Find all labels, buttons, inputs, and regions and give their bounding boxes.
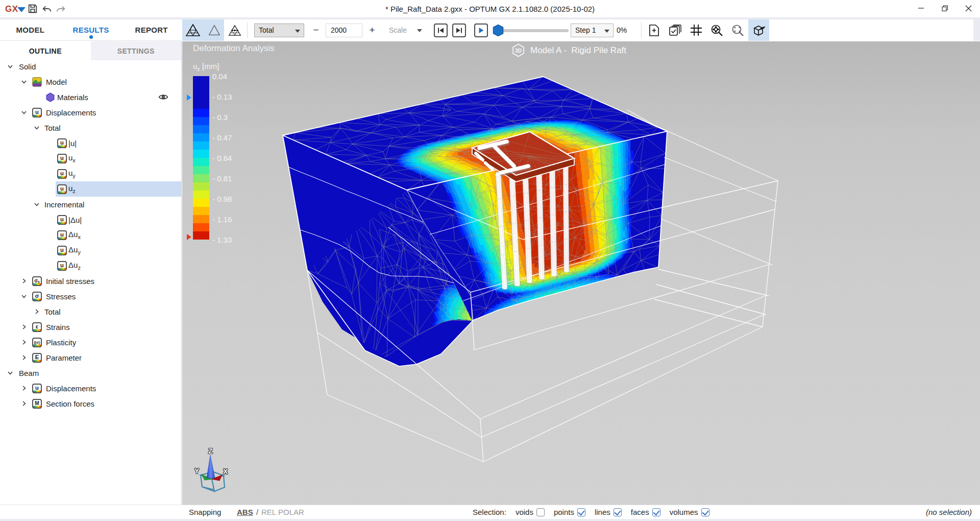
tree-item-uy[interactable]: uΔuy bbox=[0, 243, 181, 258]
legend-marker-red bbox=[187, 234, 191, 240]
snapping-toggle[interactable]: Snapping bbox=[189, 508, 221, 516]
view-box-button[interactable] bbox=[748, 19, 769, 41]
grid-button[interactable] bbox=[685, 19, 706, 41]
tree-item-u[interactable]: u|u| bbox=[0, 135, 181, 151]
tree-item-beam[interactable]: Beam bbox=[0, 365, 181, 381]
chevron-right-icon[interactable] bbox=[34, 309, 40, 315]
axis-y-label: Y bbox=[194, 467, 199, 475]
tree-item-uz[interactable]: uuz bbox=[0, 181, 181, 197]
svg-text:∫(σ): ∫(σ) bbox=[34, 340, 40, 344]
outline-panel: OUTLINESETTINGS SolidModelMaterialsuDisp… bbox=[0, 41, 182, 505]
visibility-eye-icon[interactable] bbox=[158, 93, 168, 103]
tree-item-uy[interactable]: uuy bbox=[0, 166, 181, 181]
tree-item-model[interactable]: Model bbox=[0, 74, 181, 89]
chevron-down-icon[interactable] bbox=[7, 63, 13, 69]
close-button[interactable] bbox=[957, 0, 980, 16]
scale-decrease-button[interactable]: − bbox=[309, 25, 323, 36]
tree-item-solid[interactable]: Solid bbox=[0, 59, 181, 74]
eps-icon: ε bbox=[32, 322, 42, 332]
show-deformed-button[interactable] bbox=[203, 19, 224, 41]
scale-select[interactable]: Scale bbox=[385, 23, 426, 37]
show-elements-button[interactable] bbox=[224, 19, 245, 41]
u-icon: u bbox=[57, 215, 67, 225]
panel-tab-settings[interactable]: SETTINGS bbox=[91, 41, 182, 60]
new-result-view-button[interactable] bbox=[644, 19, 665, 41]
selection-filters: Selection: voidspointslinesfacesvolumes bbox=[473, 508, 709, 516]
ribbon-tab-model[interactable]: MODEL bbox=[0, 19, 61, 40]
ribbon-tab-report[interactable]: REPORT bbox=[121, 19, 182, 40]
tree-item-stresses[interactable]: σStresses bbox=[0, 289, 181, 304]
chevron-down-icon[interactable] bbox=[21, 293, 27, 299]
result-type-select[interactable]: Total bbox=[254, 23, 304, 37]
u-icon: u bbox=[57, 138, 67, 148]
tree-item-u[interactable]: u|Δu| bbox=[0, 212, 181, 227]
tree-item-materials[interactable]: Materials bbox=[0, 89, 181, 105]
chevron-right-icon[interactable] bbox=[21, 324, 27, 330]
abs-toggle[interactable]: ABS bbox=[237, 508, 253, 516]
E-icon: E bbox=[32, 353, 42, 363]
tree-item-displacements[interactable]: uDisplacements bbox=[0, 381, 181, 396]
u-icon: u bbox=[57, 230, 67, 240]
scene-3d bbox=[182, 41, 980, 505]
svg-text:u: u bbox=[60, 185, 64, 191]
step-first-button[interactable] bbox=[434, 23, 448, 37]
viewport-3d[interactable]: Deformation Analysis 3D Model A - Rigid … bbox=[182, 41, 980, 505]
soil-box[interactable] bbox=[283, 77, 667, 366]
checkbox-lines[interactable] bbox=[614, 508, 622, 516]
show-mesh-button[interactable] bbox=[182, 19, 203, 41]
tree-item-total[interactable]: Total bbox=[0, 120, 181, 135]
result-pages-button[interactable] bbox=[665, 19, 685, 41]
u-icon: u bbox=[57, 246, 67, 255]
tree-item-strains[interactable]: εStrains bbox=[0, 319, 181, 335]
step-slider[interactable] bbox=[493, 23, 569, 37]
checkbox-faces[interactable] bbox=[652, 508, 660, 516]
chevron-down-icon[interactable] bbox=[7, 370, 13, 376]
tree-item-displacements[interactable]: uDisplacements bbox=[0, 105, 181, 120]
tree-item-total[interactable]: Total bbox=[0, 304, 181, 319]
rel-toggle[interactable]: REL bbox=[261, 508, 276, 516]
svg-text:u: u bbox=[35, 384, 39, 390]
zoom-extents-button[interactable] bbox=[727, 19, 748, 41]
restore-button[interactable] bbox=[933, 0, 957, 16]
legend-colorbar bbox=[193, 76, 209, 240]
tree-item-initial-stresses[interactable]: σ0Initial stresses bbox=[0, 273, 181, 289]
ribbon-tabs: MODELRESULTSREPORT bbox=[0, 19, 182, 41]
checkbox-voids[interactable] bbox=[536, 508, 545, 516]
tree-item-uz[interactable]: uΔuz bbox=[0, 258, 181, 273]
tree-item-ux[interactable]: uΔux bbox=[0, 227, 181, 243]
scale-increase-button[interactable]: + bbox=[365, 25, 379, 36]
chevron-down-icon[interactable] bbox=[21, 109, 27, 115]
ribbon-tab-results[interactable]: RESULTS bbox=[61, 19, 121, 40]
u-icon: u bbox=[57, 154, 67, 163]
panel-tab-outline[interactable]: OUTLINE bbox=[0, 41, 91, 60]
tree-item-ux[interactable]: uux bbox=[0, 151, 181, 166]
play-button[interactable] bbox=[474, 23, 488, 37]
chevron-down-icon[interactable] bbox=[34, 201, 40, 207]
results-tree: SolidModelMaterialsuDisplacementsTotalu|… bbox=[0, 59, 181, 411]
chevron-right-icon[interactable] bbox=[21, 278, 27, 284]
axis-x-label: X bbox=[223, 467, 228, 476]
checkbox-volumes[interactable] bbox=[701, 508, 709, 516]
panel-tabs: OUTLINESETTINGS bbox=[0, 41, 181, 60]
chevron-right-icon[interactable] bbox=[21, 400, 27, 407]
tree-item-plasticity[interactable]: ∫(σ)Plasticity bbox=[0, 335, 181, 350]
sig-icon: σ bbox=[32, 292, 42, 301]
checkbox-points[interactable] bbox=[577, 508, 585, 516]
legend-tick: - 1.16 bbox=[212, 215, 232, 224]
chevron-down-icon[interactable] bbox=[34, 125, 40, 131]
zoom-options-button[interactable] bbox=[706, 19, 727, 41]
polar-toggle[interactable]: POLAR bbox=[278, 508, 304, 516]
legend-tick: - 0.47 bbox=[212, 133, 232, 142]
chevron-right-icon[interactable] bbox=[21, 385, 27, 391]
chevron-down-icon[interactable] bbox=[21, 79, 27, 85]
s0-icon: σ0 bbox=[32, 276, 42, 286]
step-select[interactable]: Step 1 bbox=[571, 23, 614, 37]
tree-item-section-forces[interactable]: MSection forces bbox=[0, 396, 181, 411]
deformation-scale-input[interactable] bbox=[326, 23, 362, 37]
step-last-button[interactable] bbox=[452, 23, 466, 37]
chevron-right-icon[interactable] bbox=[21, 354, 27, 361]
tree-item-parameter[interactable]: EParameter bbox=[0, 350, 181, 365]
chevron-right-icon[interactable] bbox=[21, 339, 27, 345]
tree-item-incremental[interactable]: Incremental bbox=[0, 197, 181, 212]
minimize-button[interactable] bbox=[910, 0, 933, 16]
